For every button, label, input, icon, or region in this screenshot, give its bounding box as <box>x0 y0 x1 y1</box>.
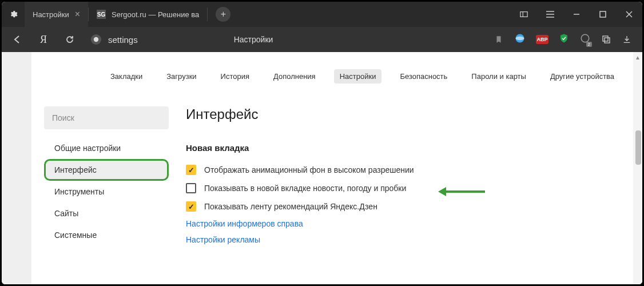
nav-item[interactable]: История <box>215 69 255 84</box>
checkbox-label: Показывать ленту рекомендаций Яндекс.Дзе… <box>204 202 377 211</box>
sidebar-item[interactable]: Инструменты <box>44 181 169 202</box>
settings-sidebar: Поиск Общие настройкиИнтерфейсИнструмент… <box>44 106 169 248</box>
abp-extension-icon[interactable]: ABP <box>536 35 548 44</box>
panel-icon[interactable] <box>511 2 537 27</box>
sidebar-item[interactable]: Интерфейс <box>44 159 169 181</box>
subsection-title: Новая вкладка <box>186 143 642 153</box>
settings-link[interactable]: Настройки информеров справа <box>186 216 642 232</box>
close-window-button[interactable] <box>616 2 642 27</box>
nav-item[interactable]: Закладки <box>105 69 148 84</box>
menu-icon[interactable] <box>537 2 563 27</box>
svg-rect-14 <box>605 38 610 43</box>
checkbox-row: Показывать в новой вкладке новости, пого… <box>186 179 642 197</box>
checkbox[interactable] <box>186 165 196 175</box>
checkbox-label: Отображать анимационный фон в высоком ра… <box>204 165 414 174</box>
nav-item[interactable]: Дополнения <box>268 69 321 84</box>
address-bar[interactable]: settings <box>91 34 138 45</box>
section-title: Интерфейс <box>186 106 642 122</box>
tab-label: Sergoot.ru — Решение ва <box>112 10 199 19</box>
minimize-button[interactable] <box>563 2 590 27</box>
search-input[interactable]: Поиск <box>44 106 169 129</box>
nav-item[interactable]: Пароли и карты <box>466 69 532 84</box>
checkbox[interactable] <box>186 201 196 212</box>
page-title-toolbar: Настройки <box>234 35 273 44</box>
browser-tab[interactable]: SG Sergoot.ru — Решение ва <box>89 2 207 27</box>
back-icon[interactable] <box>12 35 22 44</box>
checkbox-row: Отображать анимационный фон в высоком ра… <box>186 161 642 179</box>
extension-icon[interactable] <box>514 33 526 46</box>
scrollbar-thumb[interactable] <box>635 130 641 165</box>
checkbox-row: Показывать ленту рекомендаций Яндекс.Дзе… <box>186 197 642 216</box>
svg-point-11 <box>516 37 524 41</box>
svg-rect-6 <box>600 11 606 17</box>
nav-item[interactable]: Загрузки <box>161 69 202 84</box>
sidebar-item[interactable]: Сайты <box>44 202 169 224</box>
checkbox[interactable] <box>186 183 196 193</box>
svg-rect-0 <box>520 12 527 17</box>
tab-favicon: SG <box>97 10 106 19</box>
address-toolbar: Я settings Настройки ABP 2 <box>2 27 642 52</box>
settings-nav: ЗакладкиЗагрузкиИсторияДополненияНастрой… <box>31 52 642 89</box>
maximize-button[interactable] <box>590 2 616 27</box>
left-gutter <box>2 52 31 284</box>
yandex-icon[interactable]: Я <box>38 34 49 46</box>
lock-icon <box>91 34 101 45</box>
nav-item[interactable]: Безопасность <box>394 69 453 84</box>
settings-link[interactable]: Настройки рекламы <box>186 232 642 248</box>
window-titlebar: Настройки × SG Sergoot.ru — Решение ва + <box>2 2 642 27</box>
sidebar-item[interactable]: Системные <box>44 224 169 246</box>
tab-divider <box>207 7 208 21</box>
tab-label: Настройки <box>33 10 69 19</box>
extension-counter-icon[interactable]: 2 <box>579 33 591 46</box>
gear-icon[interactable] <box>2 10 25 19</box>
nav-item[interactable]: Другие устройства <box>544 69 620 84</box>
extensions-icon[interactable] <box>601 34 611 45</box>
browser-tab-active[interactable]: Настройки × <box>25 2 88 27</box>
scrollbar-track[interactable]: ▲ <box>633 52 642 284</box>
svg-point-12 <box>581 34 589 42</box>
bookmark-icon[interactable] <box>494 35 504 43</box>
nav-item[interactable]: Настройки <box>334 69 382 84</box>
svg-point-9 <box>94 37 98 42</box>
shield-icon[interactable] <box>559 33 569 46</box>
svg-rect-13 <box>603 36 608 41</box>
settings-main: Интерфейс Новая вкладка Отображать анима… <box>186 106 642 248</box>
settings-page: ЗакладкиЗагрузкиИсторияДополненияНастрой… <box>31 52 642 284</box>
scroll-up-icon[interactable]: ▲ <box>633 54 642 61</box>
url-text: settings <box>108 35 138 45</box>
sidebar-item[interactable]: Общие настройки <box>44 137 169 159</box>
download-icon[interactable] <box>622 35 632 44</box>
new-tab-button[interactable]: + <box>216 7 230 22</box>
close-icon[interactable]: × <box>75 9 80 19</box>
reload-icon[interactable] <box>65 35 75 44</box>
checkbox-label: Показывать в новой вкладке новости, пого… <box>204 184 406 193</box>
